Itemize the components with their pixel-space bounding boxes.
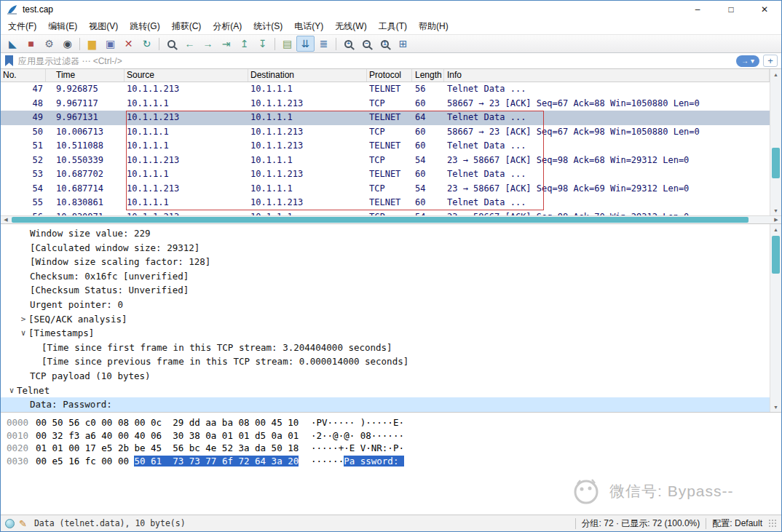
hex-bytes: 00 50 56 c0 00 08 00 0c 29 dd aa ba 08 0… — [36, 416, 311, 429]
capture-options-icon[interactable]: ⚙ — [40, 36, 58, 52]
find-packet-icon[interactable] — [162, 36, 181, 52]
packet-row[interactable]: 5010.00671310.1.1.110.1.1.213TCP6058667 … — [1, 125, 770, 140]
menu-item[interactable]: 视图(V) — [83, 19, 124, 34]
close-button[interactable]: ✕ — [748, 1, 781, 18]
toolbar: ◣■⚙◉▆▣✕↻←→⇥↥↧▤⇊≣+−1⊞ — [1, 34, 781, 53]
start-capture-icon[interactable]: ◣ — [4, 36, 22, 52]
packet-row[interactable]: 5210.55033910.1.1.21310.1.1.1TCP5423 → 5… — [1, 154, 770, 168]
packet-list-scrollbar[interactable]: ▲ ▼ — [770, 69, 781, 215]
scroll-down-icon[interactable]: ▼ — [770, 205, 781, 215]
packet-list-hscrollbar[interactable]: ◀ ▶ — [1, 215, 781, 224]
hex-row[interactable]: 002001 01 00 17 e5 2b be 45 56 bc 4e 52 … — [1, 442, 781, 455]
detail-line[interactable]: TCP payload (10 bytes) — [1, 369, 770, 384]
packet-row[interactable]: 499.96713110.1.1.21310.1.1.1TELNET64Teln… — [1, 111, 770, 125]
zoom-out-icon[interactable]: − — [358, 36, 376, 52]
last-packet-icon[interactable]: ↧ — [253, 36, 272, 52]
detail-line[interactable]: ∨Telnet — [1, 384, 770, 398]
capture-comment-pencil-icon[interactable]: ✎ — [19, 518, 27, 529]
scroll-up-icon[interactable]: ▲ — [770, 224, 781, 234]
detail-line[interactable]: Checksum: 0x16fc [unverified] — [1, 269, 770, 284]
packet-row[interactable]: 5110.51108810.1.1.110.1.1.213TELNET60Tel… — [1, 139, 770, 154]
hex-row[interactable]: 000000 50 56 c0 00 08 00 0c 29 dd aa ba … — [1, 416, 781, 429]
hex-row[interactable]: 003000 e5 16 fc 00 00 50 61 73 73 77 6f … — [1, 455, 781, 468]
profile-button[interactable]: 配置: Default — [712, 517, 762, 530]
packet-cell-proto: TELNET — [367, 82, 412, 97]
detail-line[interactable]: [Time since previous frame in this TCP s… — [1, 354, 770, 369]
column-header-info[interactable]: Info — [444, 69, 770, 82]
packet-cell-proto: TCP — [367, 182, 412, 196]
filter-bookmark-icon[interactable] — [5, 55, 13, 66]
reload-file-icon[interactable]: ↻ — [138, 36, 156, 52]
detail-line[interactable]: [Checksum Status: Unverified] — [1, 283, 770, 298]
packet-row[interactable]: 5510.83086110.1.1.110.1.1.213TELNET60Tel… — [1, 196, 770, 210]
details-scroll-thumb[interactable] — [772, 236, 780, 274]
zoom-in-icon[interactable]: + — [339, 36, 358, 52]
hex-row[interactable]: 001000 32 f3 a6 40 00 40 06 30 38 0a 01 … — [1, 429, 781, 442]
maximize-button[interactable]: □ — [714, 1, 748, 18]
scroll-down-icon[interactable]: ▼ — [770, 402, 781, 412]
packet-row[interactable]: 5310.68770210.1.1.110.1.1.213TELNET60Tel… — [1, 167, 770, 182]
details-scrollbar[interactable]: ▲ ▼ — [770, 224, 781, 412]
column-header-protocol[interactable]: Protocol — [367, 69, 412, 82]
open-file-icon[interactable]: ▆ — [83, 36, 101, 52]
packet-list-layout-icon[interactable]: ≣ — [315, 36, 333, 52]
chevron-down-icon[interactable]: ∨ — [18, 326, 28, 341]
menu-item[interactable]: 分析(A) — [207, 19, 248, 34]
menu-item[interactable]: 帮助(H) — [413, 19, 454, 34]
add-filter-button[interactable]: + — [763, 55, 778, 67]
detail-line[interactable]: [Window size scaling factor: 128] — [1, 255, 770, 269]
column-header-source[interactable]: Source — [125, 69, 248, 82]
detail-line[interactable]: ∨[Timestamps] — [1, 326, 770, 341]
menu-item[interactable]: 电话(Y) — [288, 19, 329, 34]
hscroll-thumb[interactable] — [12, 217, 749, 223]
close-file-icon[interactable]: ✕ — [119, 36, 138, 52]
display-filter-input[interactable] — [18, 55, 736, 68]
column-header-destination[interactable]: Destination — [248, 69, 367, 82]
stop-capture-icon[interactable]: ■ — [22, 36, 40, 52]
column-header-time[interactable]: Time — [46, 69, 125, 82]
first-packet-icon[interactable]: ↥ — [235, 36, 253, 52]
menu-item[interactable]: 统计(S) — [248, 19, 288, 34]
go-to-packet-icon[interactable]: ⇥ — [217, 36, 235, 52]
detail-line[interactable]: [Time since first frame in this TCP stre… — [1, 341, 770, 355]
packet-cell-src: 10.1.1.1 — [125, 139, 248, 154]
menu-item[interactable]: 文件(F) — [2, 19, 42, 34]
resize-columns-icon[interactable]: ⊞ — [394, 36, 412, 52]
hex-ascii: ·PV····· )·····E· — [311, 416, 404, 429]
chevron-right-icon[interactable]: > — [18, 312, 28, 327]
apply-filter-button[interactable]: → ▾ — [736, 55, 759, 67]
detail-line[interactable]: Urgent pointer: 0 — [1, 298, 770, 312]
menu-item[interactable]: 工具(T) — [373, 19, 413, 34]
restart-capture-icon[interactable]: ◉ — [58, 36, 76, 52]
save-file-icon[interactable]: ▣ — [101, 36, 119, 52]
packet-row[interactable]: 489.96711710.1.1.110.1.1.213TCP6058667 →… — [1, 97, 770, 111]
previous-packet-icon[interactable]: ← — [181, 36, 199, 52]
menu-item[interactable]: 编辑(E) — [42, 19, 83, 34]
detail-line[interactable]: >[SEQ/ACK analysis] — [1, 312, 770, 327]
packet-row[interactable]: 5610.83087110.1.1.21310.1.1.1TCP5423 → 5… — [1, 210, 770, 216]
detail-line[interactable]: [Calculated window size: 29312] — [1, 241, 770, 255]
packet-row[interactable]: 5410.68771410.1.1.21310.1.1.1TCP5423 → 5… — [1, 182, 770, 196]
menu-item[interactable]: 无线(W) — [329, 19, 372, 34]
packet-list-scroll-thumb[interactable] — [772, 148, 780, 178]
next-packet-icon[interactable]: → — [199, 36, 217, 52]
column-header-no[interactable]: No. — [1, 69, 46, 82]
packet-row[interactable]: 479.92687510.1.1.21310.1.1.1TELNET56Teln… — [1, 82, 770, 97]
chevron-down-icon[interactable]: ∨ — [7, 384, 17, 398]
hex-offset: 0020 — [1, 442, 36, 455]
packet-cell-info: Telnet Data ... — [444, 196, 770, 210]
scroll-left-icon[interactable]: ◀ — [1, 216, 11, 223]
detail-line[interactable]: Data: Password: — [1, 397, 770, 412]
scroll-right-icon[interactable]: ▶ — [771, 216, 781, 223]
detail-line[interactable]: Window size value: 229 — [1, 226, 770, 241]
zoom-original-icon[interactable]: 1 — [376, 36, 394, 52]
minimize-button[interactable]: – — [681, 1, 714, 18]
menu-item[interactable]: 捕获(C) — [166, 19, 208, 34]
resize-grip[interactable] — [768, 519, 777, 528]
auto-scroll-icon[interactable]: ⇊ — [296, 36, 315, 52]
column-header-length[interactable]: Length — [412, 69, 444, 82]
colorize-packets-icon[interactable]: ▤ — [278, 36, 296, 52]
expert-info-icon[interactable] — [5, 519, 15, 528]
menu-item[interactable]: 跳转(G) — [124, 19, 165, 34]
scroll-up-icon[interactable]: ▲ — [770, 69, 781, 79]
